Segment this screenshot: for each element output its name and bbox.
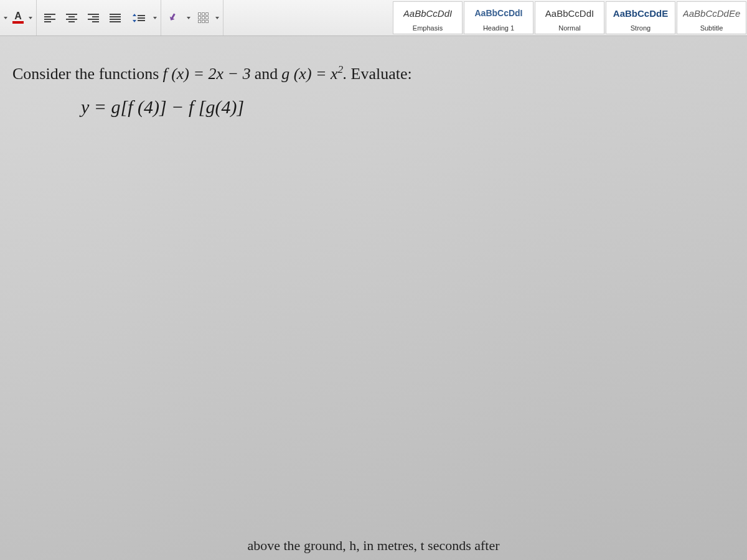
align-center-button[interactable]: [61, 7, 82, 29]
style-preview: AaBbCcDdI: [403, 3, 452, 23]
highlight-dropdown[interactable]: [2, 17, 9, 19]
borders-dropdown[interactable]: [214, 7, 220, 29]
align-right-icon: [88, 14, 99, 22]
style-strong[interactable]: AaBbCcDdE Strong: [606, 1, 675, 34]
problem-line-1: Consider the functions f (x) = 2x − 3 an…: [12, 61, 735, 87]
style-name: Heading 1: [483, 23, 514, 33]
style-emphasis[interactable]: AaBbCcDdI Emphasis: [393, 1, 463, 34]
line-spacing-dropdown[interactable]: [152, 7, 158, 29]
align-right-button[interactable]: [83, 7, 104, 29]
text-effects-button[interactable]: [164, 7, 185, 29]
ribbon-toolbar: A: [0, 0, 747, 36]
text-consider: Consider the functions: [12, 61, 159, 87]
style-name: Strong: [631, 23, 651, 33]
font-color-letter: A: [14, 12, 22, 21]
text-evaluate: Evaluate:: [351, 61, 412, 87]
style-name: Normal: [558, 23, 580, 33]
style-name: Subtitle: [700, 23, 723, 33]
font-color-button[interactable]: A: [9, 7, 27, 29]
style-subtitle[interactable]: AaBbCcDdEe Subtitle: [677, 1, 746, 34]
style-heading-1[interactable]: AaBbCcDdI Heading 1: [464, 1, 533, 34]
math-fx: f (x) = 2x − 3: [162, 61, 250, 87]
styles-gallery: AaBbCcDdI Emphasis AaBbCcDdI Heading 1 A…: [392, 0, 747, 35]
problem-expression: y = g[f (4)] − f [g(4)]: [12, 92, 735, 122]
align-center-icon: [66, 14, 77, 22]
partial-text-content: above the ground, h, in metres, t second…: [247, 538, 499, 553]
misc-group: [161, 0, 223, 35]
line-spacing-icon: [133, 14, 145, 22]
math-gx-dot: .: [343, 65, 347, 83]
paragraph-group: [37, 0, 161, 35]
align-justify-icon: [110, 14, 121, 22]
borders-button[interactable]: [192, 7, 214, 29]
flip-icon: [169, 12, 180, 24]
borders-icon: [198, 12, 209, 23]
align-left-icon: [44, 14, 55, 22]
math-gx-exp: 2: [338, 63, 343, 75]
font-color-swatch: [12, 21, 24, 24]
style-normal[interactable]: AaBbCcDdI Normal: [535, 1, 604, 34]
document-content: Consider the functions f (x) = 2x − 3 an…: [0, 61, 735, 122]
text-effects-dropdown[interactable]: [186, 7, 192, 29]
math-gx: g (x) = x2.: [281, 61, 347, 87]
style-preview: AaBbCcDdI: [474, 3, 522, 23]
font-color-dropdown[interactable]: [27, 7, 34, 29]
math-gx-base: g (x) = x: [281, 65, 337, 83]
style-preview: AaBbCcDdI: [545, 3, 594, 23]
partial-next-page-text: above the ground, h, in metres, t second…: [247, 538, 499, 554]
text-and: and: [255, 61, 278, 87]
align-justify-button[interactable]: [105, 7, 126, 29]
line-spacing-button[interactable]: [126, 7, 151, 29]
align-left-button[interactable]: [39, 7, 60, 29]
font-color-group: A: [0, 0, 37, 35]
style-name: Emphasis: [413, 23, 443, 33]
style-preview: AaBbCcDdEe: [683, 3, 741, 23]
style-preview: AaBbCcDdE: [613, 3, 668, 23]
document-area[interactable]: Consider the functions f (x) = 2x − 3 an…: [0, 36, 747, 560]
